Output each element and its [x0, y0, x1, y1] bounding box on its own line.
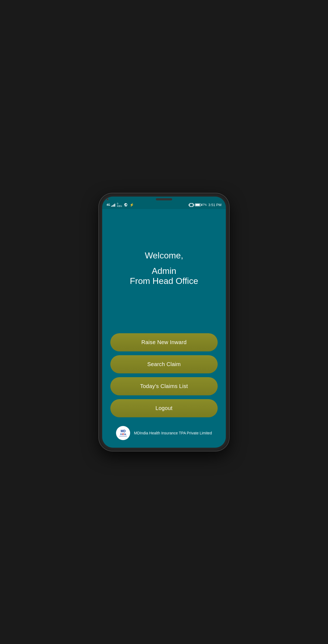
app-content: Welcome, Admin From Head Office Raise Ne…	[102, 209, 226, 448]
user-name: Admin	[152, 266, 176, 276]
status-left: 4G 0KB/s ⚡	[107, 203, 134, 207]
time-label: 3:51 PM	[208, 203, 221, 207]
front-camera	[107, 198, 109, 200]
status-right: 97% 3:51 PM	[189, 203, 221, 207]
battery-indicator: 97%	[195, 203, 207, 206]
status-bar: 4G 0KB/s ⚡ 97% 3:51 PM	[102, 201, 226, 209]
todays-claims-list-button[interactable]: Today's Claims List	[110, 377, 218, 395]
signal-strength-icon	[111, 203, 115, 207]
vpn-icon	[124, 203, 128, 207]
data-speed-label: 0KB/s	[117, 203, 122, 207]
phone-top-bar	[102, 197, 226, 201]
footer-section: MD in D ia MDIndia Health Insurance TPA …	[116, 423, 212, 442]
usb-icon: ⚡	[130, 203, 134, 207]
network-type-label: 4G	[107, 203, 110, 206]
speaker-grille	[156, 198, 172, 200]
buttons-section: Raise New Inward Search Claim Today's Cl…	[110, 333, 218, 417]
phone-screen: 4G 0KB/s ⚡ 97% 3:51 PM	[102, 197, 226, 448]
battery-percent-label: 97%	[201, 203, 207, 206]
company-name-label: MDIndia Health Insurance TPA Private Lim…	[134, 431, 212, 435]
user-office: From Head Office	[130, 276, 198, 286]
company-logo: MD in D ia	[116, 426, 130, 440]
logout-button[interactable]: Logout	[110, 399, 218, 417]
welcome-greeting: Welcome,	[145, 251, 183, 261]
search-claim-button[interactable]: Search Claim	[110, 355, 218, 373]
welcome-section: Welcome, Admin From Head Office	[130, 209, 198, 333]
raise-new-inward-button[interactable]: Raise New Inward	[110, 333, 218, 351]
phone-device: 4G 0KB/s ⚡ 97% 3:51 PM	[99, 193, 229, 451]
vibrate-icon	[189, 203, 193, 207]
